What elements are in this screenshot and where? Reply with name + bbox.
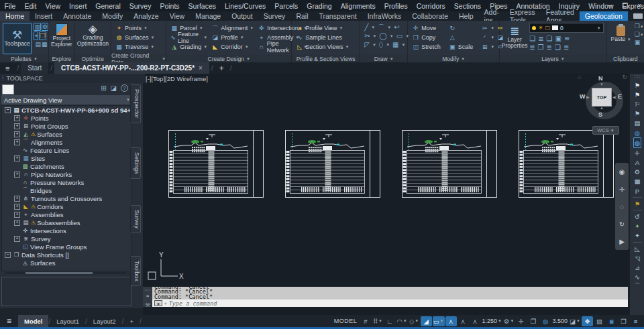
ribbon-tab-geolocation[interactable]: Geolocation bbox=[580, 11, 628, 21]
tree-item-view-frame-groups[interactable]: ◱View Frame Groups bbox=[2, 243, 131, 251]
tree-item-corridors[interactable]: +◣⚠Corridors bbox=[2, 202, 131, 210]
ortho-icon[interactable]: ∟ bbox=[384, 316, 395, 326]
menu-points[interactable]: Points bbox=[156, 2, 184, 10]
stretch-button[interactable]: ◫Stretch bbox=[408, 42, 441, 52]
tab-active-drawing[interactable]: CTCB-ACST-HWY-PP-...200-R2-PT-C3D25* × bbox=[54, 62, 209, 74]
panel-label-draw[interactable]: Draw▼ bbox=[360, 55, 407, 62]
viewcube-west[interactable]: W bbox=[580, 93, 586, 100]
elevation-icon[interactable]: ⊿ bbox=[635, 263, 640, 272]
station-marker-icon[interactable]: ⚑ bbox=[635, 199, 641, 208]
tree-horizontal-scrollbar[interactable] bbox=[5, 272, 126, 274]
calc-palette-icon[interactable]: ▦ bbox=[42, 41, 48, 48]
toolbox-palette-icon[interactable]: ❒ bbox=[39, 31, 46, 40]
file-tabs-menu-icon[interactable]: ≡ bbox=[0, 64, 15, 72]
expand-icon[interactable]: + bbox=[14, 204, 20, 210]
minimize-icon[interactable]: ─ bbox=[608, 2, 612, 9]
snap-icon[interactable]: ⠿▼ bbox=[372, 316, 383, 326]
rectangle-icon[interactable]: ▭ bbox=[396, 32, 402, 40]
profile-view-panel[interactable] bbox=[402, 130, 497, 200]
help-icon[interactable]: ? bbox=[121, 84, 128, 92]
close-icon[interactable]: × bbox=[637, 2, 641, 9]
panel-label-create-ground-data[interactable]: Create Ground Data▼ bbox=[111, 55, 166, 62]
tree-item-turnouts-and-crossovers[interactable]: +⋔Turnouts and Crossovers bbox=[2, 194, 131, 202]
command-customize-wrench-icon[interactable]: ⚒ bbox=[145, 302, 150, 308]
docs-icon[interactable]: ◙ bbox=[606, 316, 617, 326]
zoom-icon[interactable]: ◌ bbox=[620, 203, 624, 210]
osnap-icon[interactable]: ⋏ bbox=[445, 316, 457, 326]
annotation-scale[interactable]: 1:250▼ bbox=[482, 316, 502, 326]
tree-item-survey[interactable]: +⋇Survey bbox=[2, 235, 131, 243]
ribbon-tab-analyze[interactable]: Analyze bbox=[128, 11, 164, 21]
tree-item-feature-lines[interactable]: ∿Feature Lines bbox=[2, 146, 131, 154]
ribbon-tab-rail[interactable]: Rail bbox=[290, 11, 313, 21]
ribbon-tab-view[interactable]: View bbox=[164, 11, 191, 21]
command-input[interactable]: ▣ ▼ Type a command bbox=[152, 300, 628, 307]
chart-palette-icon[interactable]: ▥ bbox=[34, 23, 41, 31]
copy-button[interactable]: ❐Copy bbox=[408, 33, 441, 42]
ribbon-tab-expresstools[interactable]: Express Tools bbox=[504, 11, 541, 21]
scale-button[interactable]: ▣Scale bbox=[445, 42, 474, 52]
layout-tab-layout2[interactable]: Layout2 bbox=[87, 315, 122, 327]
tree-item-pressure-networks[interactable]: ∩Pressure Networks bbox=[2, 178, 131, 186]
tree-item-alignments[interactable]: +⌒Alignments bbox=[2, 138, 131, 146]
ribbon-tab-addins[interactable]: Add-ins bbox=[479, 11, 504, 21]
radius-icon[interactable]: ⌒ bbox=[634, 282, 641, 291]
ribbon-tab-home[interactable]: Home bbox=[0, 11, 30, 21]
toolspace-title-bar[interactable]: ⁞TOOLSPACE bbox=[0, 74, 145, 83]
viewcube-north[interactable]: N bbox=[598, 75, 603, 82]
tree-item-assemblies[interactable]: +⌖Assemblies bbox=[2, 210, 131, 218]
layer-make-current-icon[interactable]: ≣ bbox=[529, 44, 535, 51]
menu-file[interactable]: File bbox=[0, 2, 20, 10]
grading-button[interactable]: ◮Grading▼ bbox=[166, 42, 207, 52]
viewcube-rotate-icon[interactable]: ↻ bbox=[622, 74, 627, 80]
expand-icon[interactable]: + bbox=[14, 212, 20, 218]
sample-lines-button[interactable]: ∿Sample Lines bbox=[292, 33, 360, 42]
profile-view-panel[interactable] bbox=[285, 130, 380, 200]
circle-icon[interactable]: ◯ bbox=[380, 32, 387, 40]
points-button[interactable]: ✦Points▼ bbox=[111, 23, 166, 33]
hatch-icon[interactable]: ▦ bbox=[392, 41, 398, 48]
menu-insert[interactable]: Insert bbox=[65, 2, 91, 10]
clean-screen-icon[interactable]: ❒ bbox=[618, 316, 629, 326]
toolspace-search-box[interactable] bbox=[2, 84, 14, 94]
tab-start[interactable]: Start bbox=[21, 62, 48, 74]
new-layout-button[interactable]: + bbox=[123, 315, 140, 327]
elevation[interactable]: 3.500 bbox=[552, 316, 569, 326]
sheet-set-icon[interactable]: ▤ bbox=[635, 119, 641, 128]
panel-label-palettes[interactable]: Palettes▼ bbox=[0, 55, 48, 62]
feature-line-button[interactable]: ∿Feature Line▼ bbox=[166, 33, 207, 42]
cursor-flag-icon[interactable]: ⚐ bbox=[635, 99, 641, 109]
tree-item-points[interactable]: +✛Points bbox=[2, 114, 131, 122]
layer-prev-icon[interactable]: ❐ bbox=[538, 44, 544, 51]
copy-clip-icon[interactable]: ❏▼ bbox=[635, 31, 644, 38]
mini-flag-icon[interactable]: ⚑ bbox=[635, 109, 641, 119]
toolspace-tab-prospector[interactable]: Prospector bbox=[130, 84, 141, 123]
isolate-objects-icon[interactable]: ◪▼ bbox=[569, 316, 581, 326]
color-scheme-icon[interactable]: ▨ bbox=[594, 316, 605, 326]
layer-isolate-icon[interactable]: ❏ bbox=[529, 35, 535, 42]
layer-dropdown[interactable]: ☀ ▢ 0 ▼ bbox=[529, 23, 603, 33]
grading-optimization-button[interactable]: ◈ Grading Optimization bbox=[75, 23, 111, 48]
menu-surfaces[interactable]: Surfaces bbox=[184, 2, 220, 10]
restore-icon[interactable]: ❐ bbox=[622, 2, 628, 9]
menu-parcels[interactable]: Parcels bbox=[270, 2, 303, 10]
expand-icon[interactable]: + bbox=[14, 220, 20, 226]
drawing-canvas[interactable]: [-][Top][2D Wireframe] ⌂ ↻ N S W E ▶ ◀ ▼… bbox=[143, 74, 629, 315]
layer-walk-icon[interactable]: ≣ bbox=[547, 44, 552, 51]
flag-icon[interactable]: ⚑ bbox=[635, 80, 641, 90]
new-tab-icon[interactable]: + bbox=[215, 64, 228, 73]
tree-item-ctcb-acst-hwy-pp-86-900-sd-94-200[interactable]: −▤CTCB-ACST-HWY-PP-86+900 sd 94+200-... bbox=[2, 106, 131, 114]
image-ref-icon[interactable]: ▦ bbox=[635, 177, 641, 186]
display-overflow-icon[interactable]: ▼ bbox=[633, 11, 644, 21]
panel-label-layers[interactable]: Layers▼ bbox=[500, 55, 606, 62]
grid-icon[interactable]: # bbox=[360, 316, 371, 326]
expand-icon[interactable]: + bbox=[14, 139, 20, 145]
layout-menu-icon[interactable]: ≡ bbox=[0, 316, 18, 326]
create-point-icon[interactable]: ✛ bbox=[635, 148, 640, 157]
project-explorer-button[interactable]: Project Explorer bbox=[49, 23, 74, 48]
rotate-button[interactable]: ↻ bbox=[445, 23, 474, 33]
menu-survey[interactable]: Survey bbox=[125, 2, 156, 10]
showmotion-icon[interactable]: ▶ bbox=[619, 238, 625, 245]
sheet-palette-icon[interactable]: ▤ bbox=[35, 41, 41, 48]
geolocation-status-icon[interactable]: ◍ bbox=[540, 316, 551, 326]
